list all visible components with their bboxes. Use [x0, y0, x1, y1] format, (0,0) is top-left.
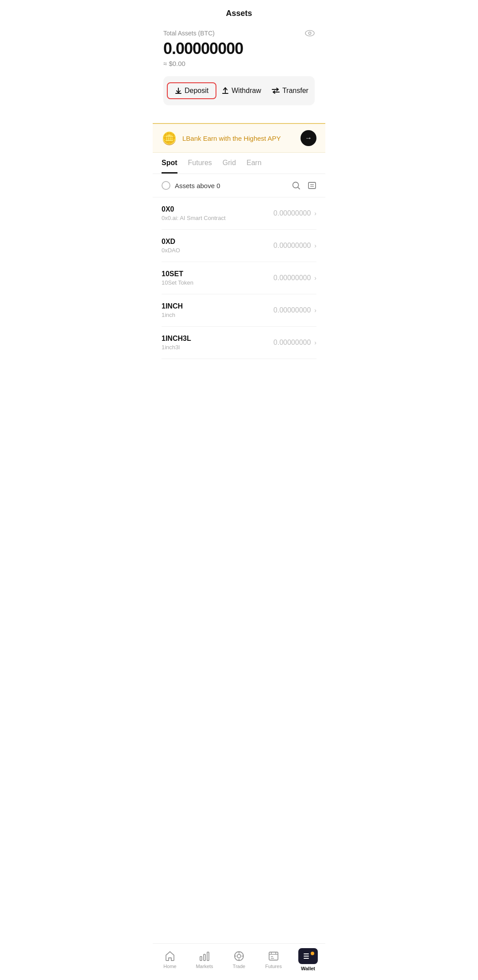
tab-list: Spot Futures Grid Earn	[162, 153, 316, 174]
tab-earn[interactable]: Earn	[247, 159, 262, 174]
search-icon	[292, 181, 301, 190]
tab-spot[interactable]: Spot	[162, 159, 177, 174]
chevron-right-icon: ›	[314, 339, 316, 346]
assets-section: Total Assets (BTC) 0.00000000 ≈ $0.00 De…	[153, 23, 325, 123]
asset-list: 0X0 0x0.ai: AI Smart Contract 0.00000000…	[153, 197, 325, 359]
withdraw-button[interactable]: Withdraw	[216, 84, 266, 97]
banner-arrow-button[interactable]: →	[301, 130, 316, 146]
list-view-button[interactable]	[308, 181, 316, 190]
total-assets-label: Total Assets (BTC)	[163, 30, 315, 37]
filter-label: Assets above 0	[175, 182, 220, 189]
svg-point-1	[308, 32, 311, 35]
table-row[interactable]: 0XD 0xDAO 0.00000000 ›	[162, 230, 316, 262]
page-title: Assets	[153, 0, 325, 23]
filter-bar: Assets above 0	[153, 174, 325, 197]
transfer-icon	[272, 87, 280, 94]
earn-banner[interactable]: 🪙 LBank Earn with the Highest APY →	[153, 123, 325, 153]
table-row[interactable]: 1INCH 1inch 0.00000000 ›	[162, 294, 316, 327]
coins-icon: 🪙	[162, 131, 177, 146]
tab-futures[interactable]: Futures	[188, 159, 212, 174]
deposit-button[interactable]: Deposit	[167, 82, 216, 99]
withdraw-icon	[222, 87, 229, 94]
svg-point-0	[305, 31, 314, 36]
list-icon	[308, 181, 316, 190]
chevron-right-icon: ›	[314, 242, 316, 249]
chevron-right-icon: ›	[314, 274, 316, 282]
chevron-right-icon: ›	[314, 210, 316, 217]
banner-text: LBank Earn with the Highest APY	[182, 135, 281, 142]
total-assets-value: 0.00000000	[163, 39, 315, 58]
search-button[interactable]	[292, 181, 301, 190]
table-row[interactable]: 1INCH3L 1inch3l 0.00000000 ›	[162, 327, 316, 359]
transfer-button[interactable]: Transfer	[266, 84, 314, 97]
action-buttons-bar: Deposit Withdraw Transfer	[163, 76, 315, 105]
eye-icon[interactable]	[305, 30, 315, 37]
table-row[interactable]: 0X0 0x0.ai: AI Smart Contract 0.00000000…	[162, 197, 316, 230]
tabs-section: Spot Futures Grid Earn	[153, 153, 325, 174]
tab-grid[interactable]: Grid	[223, 159, 236, 174]
assets-above-zero-toggle[interactable]	[162, 181, 170, 190]
svg-rect-6	[308, 182, 316, 189]
svg-line-5	[298, 187, 300, 189]
chevron-right-icon: ›	[314, 307, 316, 314]
total-assets-usd: ≈ $0.00	[163, 60, 315, 67]
deposit-icon	[175, 87, 182, 94]
table-row[interactable]: 10SET 10Set Token 0.00000000 ›	[162, 262, 316, 294]
